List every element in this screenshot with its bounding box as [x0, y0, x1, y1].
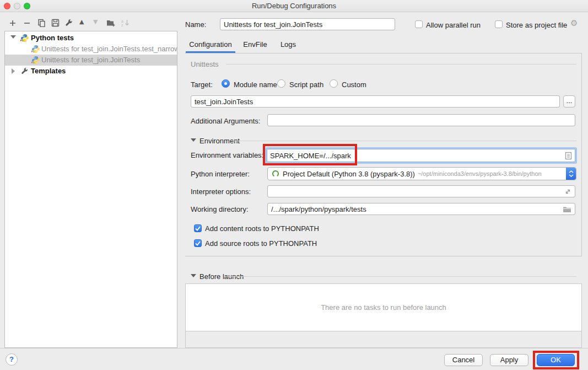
name-label: Name: [185, 20, 206, 29]
allow-parallel-run-checkbox[interactable] [415, 20, 423, 28]
target-script-path-label: Script path [289, 81, 323, 89]
browse-module-button[interactable]: ... [563, 95, 575, 108]
tree-item-label: Unittests for test_join.JoinTests [41, 56, 140, 64]
ok-button[interactable]: OK [537, 354, 575, 366]
templates-wrench-icon [21, 67, 29, 75]
section-rule [227, 276, 576, 277]
store-as-project-file-label: Store as project file [506, 21, 567, 29]
select-stepper-icon[interactable] [566, 168, 576, 180]
conda-env-icon [272, 170, 279, 178]
environment-variables-label: Environment variables: [191, 151, 263, 159]
move-up-icon[interactable]: ▲ [79, 18, 84, 26]
unittests-section-title: Unittests [191, 60, 219, 68]
add-content-roots-checkbox[interactable] [194, 224, 202, 232]
configurations-tree: Python tests Unittests for test_join.Joi… [4, 31, 177, 348]
tab-configuration[interactable]: Configuration [186, 37, 235, 53]
target-script-path-radio[interactable] [277, 79, 285, 88]
store-as-project-file-checkbox[interactable] [495, 20, 503, 28]
target-label: Target: [191, 81, 213, 89]
before-launch-collapse-icon[interactable] [191, 274, 196, 277]
new-folder-icon[interactable] [106, 19, 116, 27]
minimize-window-button[interactable] [14, 3, 20, 9]
target-module-name-radio[interactable] [222, 79, 230, 88]
edit-variables-icon[interactable] [565, 152, 572, 160]
help-button[interactable]: ? [6, 353, 18, 366]
add-source-roots-checkbox[interactable] [194, 239, 202, 247]
tab-envfile[interactable]: EnvFile [239, 37, 271, 53]
folder-icon[interactable] [563, 206, 571, 213]
cancel-button[interactable]: Cancel [444, 354, 483, 366]
tree-item-label: Python tests [31, 34, 74, 42]
close-window-button[interactable] [4, 3, 10, 9]
additional-arguments-label: Additional Arguments: [191, 117, 260, 125]
target-module-name-label: Module name [234, 81, 277, 89]
svg-text:z: z [121, 23, 123, 27]
window-title: Run/Debug Configurations [0, 0, 588, 12]
tree-item-python-tests[interactable]: Python tests [5, 33, 177, 44]
environment-collapse-icon[interactable] [191, 138, 196, 142]
python-test-icon [31, 56, 40, 65]
section-rule [231, 141, 576, 141]
allow-parallel-run-label: Allow parallel run [426, 21, 481, 29]
tree-item-label: Templates [31, 67, 66, 75]
add-content-roots-label: Add content roots to PYTHONPATH [205, 224, 319, 233]
tree-item-unittests-narrow[interactable]: Unittests for test_join.JoinTests.test_n… [5, 44, 177, 55]
add-source-roots-label: Add source roots to PYTHONPATH [205, 239, 317, 248]
working-directory-label: Working directory: [191, 205, 249, 213]
tab-logs[interactable]: Logs [275, 37, 301, 53]
add-icon[interactable] [9, 19, 17, 27]
name-input[interactable] [220, 18, 395, 30]
svg-text:a: a [121, 19, 123, 23]
save-icon[interactable] [51, 19, 60, 27]
additional-arguments-input[interactable] [267, 114, 575, 126]
footer-divider [0, 348, 588, 348]
expand-field-icon[interactable] [564, 188, 571, 195]
tree-item-unittests-jointests[interactable]: Unittests for test_join.JoinTests [5, 55, 177, 66]
gear-icon[interactable]: ⚙ [570, 18, 578, 28]
edit-templates-icon[interactable] [65, 19, 73, 27]
interpreter-options-input[interactable] [267, 185, 575, 197]
apply-button[interactable]: Apply [490, 354, 528, 366]
run-debug-configurations-dialog: { "window": { "title": "Run/Debug Config… [0, 0, 588, 370]
python-interpreter-select[interactable]: Project Default (Python 3.8 (pyspark-3.8… [267, 167, 576, 180]
chevron-down-icon[interactable] [10, 35, 16, 39]
copy-icon[interactable] [37, 19, 46, 27]
environment-variables-input[interactable]: SPARK_HOME=/.../spark [265, 147, 577, 164]
target-custom-radio[interactable] [330, 79, 338, 88]
python-test-icon [31, 45, 40, 53]
move-down-icon: ▼ [93, 18, 98, 26]
python-tests-icon [20, 34, 29, 42]
before-launch-empty-message: There are no tasks to run before launch [321, 303, 446, 312]
tree-item-label: Unittests for test_join.JoinTests.test_n… [41, 45, 177, 53]
tree-item-templates[interactable]: Templates [5, 66, 177, 77]
sort-icon: az [121, 19, 130, 27]
module-name-input[interactable] [191, 95, 560, 108]
working-directory-input[interactable]: /.../spark/python/pyspark/tests [267, 203, 575, 215]
before-launch-task-list: There are no tasks to run before launch [185, 283, 582, 331]
target-custom-label: Custom [342, 81, 366, 89]
before-launch-toolbar: ▲ ▼ [185, 331, 582, 348]
title-bar: Run/Debug Configurations [0, 0, 588, 12]
section-rule [226, 64, 576, 65]
interpreter-options-label: Interpreter options: [191, 187, 251, 196]
zoom-window-button[interactable] [24, 3, 30, 9]
remove-icon[interactable] [23, 19, 31, 27]
chevron-right-icon[interactable] [12, 68, 15, 74]
python-interpreter-label: Python interpreter: [191, 170, 250, 178]
